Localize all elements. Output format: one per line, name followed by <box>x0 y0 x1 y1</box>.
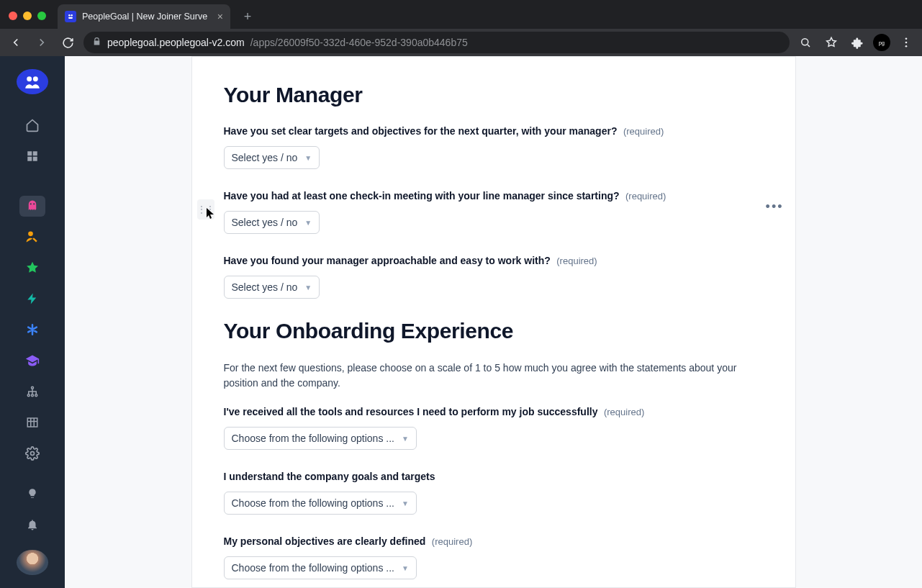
select-placeholder: Choose from the following options ... <box>232 562 394 574</box>
question-label: Have you set clear targets and objective… <box>224 125 618 137</box>
home-icon[interactable] <box>19 114 45 135</box>
yes-no-select[interactable]: Select yes / no ▼ <box>224 211 320 234</box>
section-title: Your Manager <box>224 83 764 107</box>
svg-point-3 <box>802 39 808 45</box>
svg-rect-12 <box>33 156 37 160</box>
section-intro: For the next few questions, please choos… <box>224 361 764 391</box>
app-logo[interactable] <box>17 69 48 94</box>
more-options-icon[interactable]: ••• <box>766 199 784 214</box>
chevron-down-icon: ▼ <box>402 564 409 572</box>
star-icon[interactable] <box>19 258 45 279</box>
scale-select[interactable]: Choose from the following options ... ▼ <box>224 427 417 450</box>
close-window-button[interactable] <box>9 12 17 20</box>
user-edit-icon[interactable] <box>19 227 45 248</box>
scale-select[interactable]: Choose from the following options ... ▼ <box>224 492 417 515</box>
chevron-down-icon: ▼ <box>402 435 409 443</box>
yes-no-select[interactable]: Select yes / no ▼ <box>224 146 320 169</box>
svg-point-19 <box>31 451 35 455</box>
question-block: Have you had at least one check-in meeti… <box>224 189 764 234</box>
svg-point-17 <box>35 394 37 396</box>
svg-point-14 <box>32 386 34 389</box>
profile-avatar[interactable]: pg <box>873 34 890 51</box>
svg-rect-18 <box>27 418 37 427</box>
survey-form: ⋮⋮ ••• Your Manager Have you set clear t… <box>191 56 796 588</box>
back-button[interactable] <box>6 32 26 53</box>
svg-point-8 <box>33 76 38 81</box>
svg-point-0 <box>68 14 71 17</box>
select-placeholder: Select yes / no <box>232 217 298 228</box>
reload-button[interactable] <box>58 32 78 53</box>
yes-no-select[interactable]: Select yes / no ▼ <box>224 276 320 299</box>
user-avatar[interactable] <box>17 550 48 575</box>
bookmark-star-icon[interactable] <box>821 32 841 53</box>
question-label: My personal objectives are clearly defin… <box>224 535 426 547</box>
svg-point-4 <box>905 37 908 40</box>
kebab-menu-icon[interactable] <box>896 32 916 53</box>
question-label: Have you found your manager approachable… <box>224 255 551 266</box>
svg-point-5 <box>905 42 908 44</box>
svg-point-15 <box>27 394 30 396</box>
question-block: My personal objectives are clearly defin… <box>224 535 764 579</box>
select-placeholder: Select yes / no <box>232 152 298 163</box>
tab-title: PeopleGoal | New Joiner Surve <box>82 12 207 22</box>
question-block: Have you set clear targets and objective… <box>224 125 764 169</box>
question-label: I've received all the tools and resource… <box>224 406 598 417</box>
window-controls <box>9 12 46 20</box>
browser-tab-strip: PeopleGoal | New Joiner Surve × + <box>0 0 922 29</box>
forward-button[interactable] <box>32 32 52 53</box>
drag-handle-icon[interactable]: ⋮⋮ <box>197 199 214 220</box>
chevron-down-icon: ▼ <box>304 284 312 291</box>
new-tab-button[interactable]: + <box>238 6 258 27</box>
chevron-down-icon: ▼ <box>304 219 312 227</box>
required-tag: (required) <box>623 126 664 137</box>
browser-tab[interactable]: PeopleGoal | New Joiner Surve × <box>58 4 230 29</box>
maximize-window-button[interactable] <box>37 12 46 20</box>
required-tag: (required) <box>625 191 666 202</box>
asterisk-icon[interactable] <box>19 320 45 340</box>
hierarchy-icon[interactable] <box>19 381 45 402</box>
zoom-icon[interactable] <box>795 32 815 53</box>
svg-point-1 <box>71 14 73 17</box>
bell-icon[interactable] <box>19 515 45 535</box>
lightbulb-icon[interactable] <box>19 484 45 505</box>
select-placeholder: Choose from the following options ... <box>232 497 394 509</box>
table-icon[interactable] <box>19 412 45 433</box>
svg-rect-11 <box>27 156 32 160</box>
main-content: ⋮⋮ ••• Your Manager Have you set clear t… <box>65 56 922 588</box>
select-placeholder: Select yes / no <box>232 281 298 293</box>
url-path: /apps/26009f50-332d-460e-952d-390a0b446b… <box>250 37 468 48</box>
section-title: Your Onboarding Experience <box>224 319 764 343</box>
browser-toolbar: peoplegoal.peoplegoal-v2.com/apps/26009f… <box>0 29 922 56</box>
question-label: Have you had at least one check-in meeti… <box>224 190 620 202</box>
svg-rect-2 <box>68 17 73 19</box>
select-placeholder: Choose from the following options ... <box>232 433 394 444</box>
svg-point-16 <box>32 394 34 396</box>
chevron-down-icon: ▼ <box>402 499 409 507</box>
app-sidebar <box>0 56 65 588</box>
required-tag: (required) <box>604 407 644 417</box>
required-tag: (required) <box>556 255 597 266</box>
gear-icon[interactable] <box>19 443 45 463</box>
chevron-down-icon: ▼ <box>304 154 312 162</box>
question-label: I understand the company goals and targe… <box>224 471 435 482</box>
question-block: I understand the company goals and targe… <box>224 470 764 515</box>
ghost-icon[interactable] <box>19 196 45 217</box>
graduation-cap-icon[interactable] <box>19 350 45 371</box>
close-tab-icon[interactable]: × <box>217 11 223 22</box>
tab-favicon <box>65 11 76 22</box>
question-block: Have you found your manager approachable… <box>224 254 764 299</box>
svg-point-13 <box>28 232 33 237</box>
bolt-icon[interactable] <box>19 289 45 309</box>
scale-select[interactable]: Choose from the following options ... ▼ <box>224 556 417 579</box>
question-block: I've received all the tools and resource… <box>224 405 764 450</box>
required-tag: (required) <box>432 536 472 547</box>
svg-point-6 <box>905 45 908 48</box>
address-bar[interactable]: peoplegoal.peoplegoal-v2.com/apps/26009f… <box>83 32 790 53</box>
lock-icon <box>92 37 101 48</box>
dashboard-icon[interactable] <box>19 145 45 166</box>
svg-rect-9 <box>27 151 32 155</box>
extensions-icon[interactable] <box>847 32 867 53</box>
svg-rect-10 <box>33 151 37 155</box>
minimize-window-button[interactable] <box>23 12 32 20</box>
svg-point-7 <box>27 76 32 81</box>
